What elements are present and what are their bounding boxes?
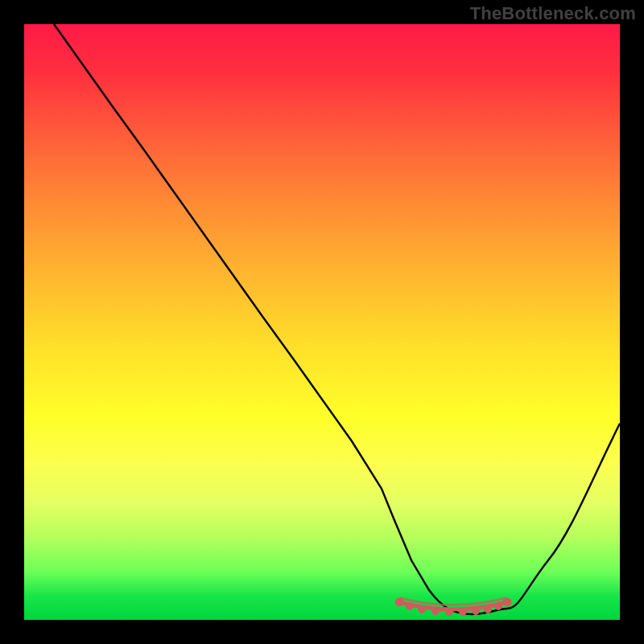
chart-stage: TheBottleneck.com xyxy=(0,0,644,644)
bottleneck-curve xyxy=(54,24,620,614)
watermark-text: TheBottleneck.com xyxy=(470,3,636,24)
curve-layer xyxy=(24,24,620,620)
gradient-plot-area xyxy=(24,24,620,620)
optimal-band-markers xyxy=(395,598,511,616)
